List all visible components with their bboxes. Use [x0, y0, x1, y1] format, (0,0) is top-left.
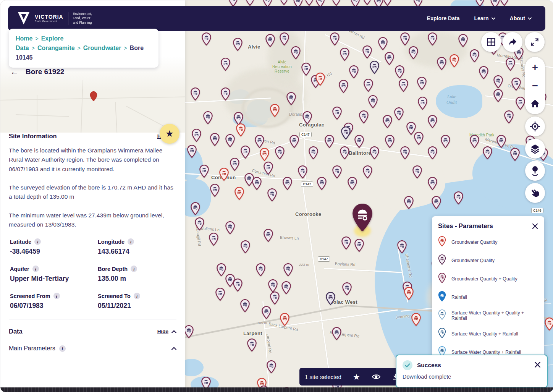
site-pin[interactable] [382, 115, 393, 128]
site-pin[interactable] [440, 135, 451, 148]
site-pin[interactable] [203, 111, 213, 124]
site-pin[interactable] [354, 135, 364, 148]
site-pin[interactable] [363, 79, 374, 92]
info-icon[interactable]: i [53, 293, 60, 299]
share-button[interactable] [503, 32, 522, 52]
site-pin[interactable] [362, 45, 372, 58]
layers-button[interactable] [525, 139, 545, 159]
site-pin[interactable] [302, 111, 312, 124]
site-pin[interactable] [394, 107, 404, 120]
back-arrow-icon[interactable]: ← [10, 68, 19, 76]
site-pin[interactable] [384, 52, 395, 65]
nav-link-explore-data[interactable]: Explore Data [427, 15, 460, 21]
site-pin[interactable] [233, 112, 244, 125]
site-pin[interactable] [417, 97, 428, 110]
site-pin[interactable] [225, 274, 235, 287]
site-pin[interactable] [469, 135, 480, 148]
favourite-star-button[interactable]: ★ [160, 124, 179, 144]
site-pin[interactable] [411, 313, 421, 326]
toast-close-button[interactable] [534, 361, 541, 368]
site-pin[interactable] [427, 32, 438, 45]
site-pin[interactable] [190, 87, 201, 100]
site-pin[interactable] [240, 240, 251, 253]
site-pin[interactable] [349, 65, 359, 78]
site-pin[interactable] [332, 107, 342, 120]
site-pin[interactable] [479, 66, 489, 79]
site-pin[interactable] [281, 281, 291, 294]
site-pin[interactable] [544, 317, 553, 330]
breadcrumb-item-corangamite[interactable]: Corangamite [37, 45, 75, 51]
site-pin[interactable] [225, 134, 235, 147]
locate-button[interactable] [525, 117, 545, 136]
site-pin[interactable] [369, 146, 380, 159]
site-pin[interactable] [236, 123, 246, 136]
site-pin[interactable] [230, 158, 240, 171]
site-pin[interactable] [210, 133, 220, 146]
site-pin[interactable] [408, 46, 419, 59]
site-pin[interactable] [304, 0, 314, 6]
site-pin[interactable] [209, 233, 219, 246]
site-pin[interactable] [362, 0, 372, 5]
site-pin[interactable] [270, 104, 280, 117]
site-pin[interactable] [400, 32, 410, 45]
site-pin[interactable] [267, 188, 277, 201]
site-pin[interactable] [324, 135, 335, 148]
pan-button[interactable] [525, 183, 545, 203]
site-pin[interactable] [191, 129, 202, 142]
site-pin[interactable] [469, 49, 480, 62]
site-pin[interactable] [275, 146, 285, 159]
site-pin[interactable] [247, 339, 257, 352]
nav-link-about[interactable]: About [510, 15, 532, 21]
site-pin[interactable] [219, 168, 229, 181]
site-pin[interactable] [263, 229, 273, 242]
site-pin[interactable] [341, 236, 351, 249]
table-view-button[interactable] [481, 32, 501, 52]
site-pin[interactable] [268, 279, 278, 292]
site-pin[interactable] [254, 135, 265, 148]
site-pin[interactable] [362, 165, 373, 178]
site-pin[interactable] [201, 32, 212, 45]
view-selected-button[interactable] [372, 374, 381, 380]
site-pin[interactable] [331, 327, 342, 340]
site-pin[interactable] [493, 89, 503, 102]
site-pin[interactable] [184, 325, 194, 338]
site-pin[interactable] [385, 135, 395, 148]
site-pin[interactable] [263, 162, 273, 175]
info-icon[interactable]: i [34, 238, 41, 245]
site-pin[interactable] [515, 97, 526, 110]
site-pin[interactable] [369, 61, 380, 74]
site-pin[interactable] [210, 184, 220, 197]
legend-close-button[interactable] [532, 223, 538, 229]
nav-link-learn[interactable]: Learn [474, 15, 495, 21]
info-icon[interactable]: i [128, 238, 134, 245]
site-pin[interactable] [354, 239, 364, 252]
site-pin[interactable] [449, 54, 459, 67]
site-pin[interactable] [395, 65, 405, 78]
site-pin[interactable] [417, 77, 427, 90]
site-pin[interactable] [279, 32, 289, 45]
site-pin[interactable] [240, 299, 250, 312]
site-pin[interactable] [220, 87, 231, 100]
site-pin[interactable] [225, 221, 235, 234]
site-pin[interactable] [252, 177, 262, 190]
site-pin[interactable] [341, 126, 351, 139]
site-pin[interactable] [427, 177, 438, 190]
zoom-out-button[interactable]: − [527, 79, 543, 92]
site-pin[interactable] [347, 177, 357, 190]
site-pin[interactable] [194, 217, 205, 230]
site-pin[interactable] [266, 360, 276, 373]
site-pin[interactable] [342, 282, 352, 295]
selected-site-pin[interactable] [352, 204, 373, 233]
info-icon[interactable]: i [32, 266, 39, 272]
info-icon[interactable]: i [131, 266, 137, 272]
site-pin[interactable] [496, 135, 506, 148]
site-pin[interactable] [412, 165, 422, 178]
breadcrumb-item-groundwater[interactable]: Groundwater [83, 45, 121, 51]
site-pin[interactable] [511, 78, 521, 91]
site-pin[interactable] [315, 73, 325, 86]
site-pin[interactable] [261, 306, 272, 319]
site-pin[interactable] [298, 165, 308, 178]
site-pin[interactable] [280, 313, 290, 326]
street-view-button[interactable] [525, 161, 545, 181]
site-pin[interactable] [427, 115, 438, 128]
